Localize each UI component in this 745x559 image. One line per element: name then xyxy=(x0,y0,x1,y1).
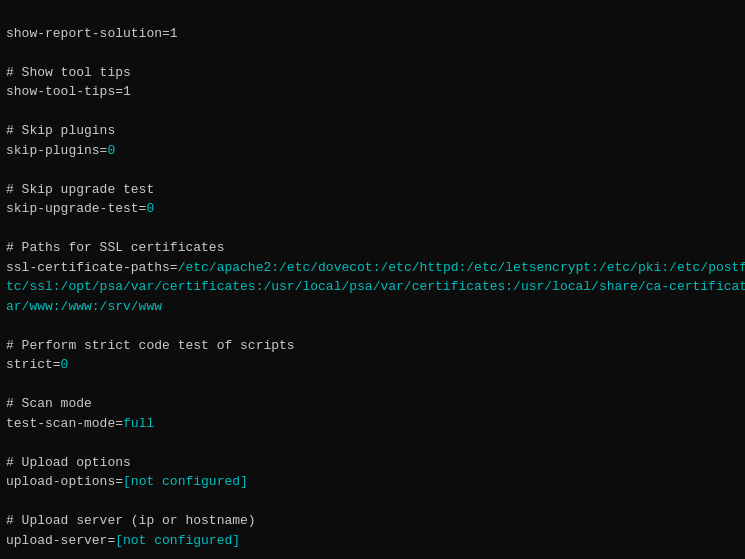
terminal-line: test-scan-mode=full xyxy=(6,414,739,434)
terminal-text: ssl-certificate-paths= xyxy=(6,260,178,275)
terminal-window: show-report-solution=1 # Show tool tips … xyxy=(0,0,745,559)
terminal-line xyxy=(6,550,739,559)
terminal-text: 0 xyxy=(146,201,154,216)
terminal-text: # Perform strict code test of scripts xyxy=(6,338,295,353)
terminal-text: show-tool-tips=1 xyxy=(6,84,131,99)
terminal-line: strict=0 xyxy=(6,355,739,375)
terminal-text: tc/ssl:/opt/psa/var/certificates:/usr/lo… xyxy=(6,279,745,294)
terminal-text: # Scan mode xyxy=(6,396,92,411)
terminal-text: full xyxy=(123,416,154,431)
terminal-line xyxy=(6,160,739,180)
terminal-line: # Upload options xyxy=(6,453,739,473)
terminal-text: [not configured] xyxy=(123,474,248,489)
terminal-text: 0 xyxy=(61,357,69,372)
terminal-text: # Upload server (ip or hostname) xyxy=(6,513,256,528)
terminal-line: tc/ssl:/opt/psa/var/certificates:/usr/lo… xyxy=(6,277,739,297)
terminal-text: # Show tool tips xyxy=(6,65,131,80)
terminal-text: [not configured] xyxy=(115,533,240,548)
terminal-text: # Skip plugins xyxy=(6,123,115,138)
terminal-line xyxy=(6,219,739,239)
terminal-line: skip-plugins=0 xyxy=(6,141,739,161)
terminal-text: # Paths for SSL certificates xyxy=(6,240,224,255)
terminal-line xyxy=(6,375,739,395)
terminal-line: # Upload server (ip or hostname) xyxy=(6,511,739,531)
terminal-line: upload-options=[not configured] xyxy=(6,472,739,492)
terminal-line: # Show tool tips xyxy=(6,63,739,83)
terminal-text: ar/www:/www:/srv/www xyxy=(6,299,162,314)
terminal-text: test-scan-mode= xyxy=(6,416,123,431)
terminal-line xyxy=(6,102,739,122)
terminal-text: strict= xyxy=(6,357,61,372)
terminal-text: skip-plugins= xyxy=(6,143,107,158)
terminal-text: skip-upgrade-test= xyxy=(6,201,146,216)
terminal-text: upload-options= xyxy=(6,474,123,489)
terminal-line: # Paths for SSL certificates xyxy=(6,238,739,258)
terminal-line xyxy=(6,43,739,63)
terminal-text: upload-server= xyxy=(6,533,115,548)
terminal-text: /etc/apache2:/etc/dovecot:/etc/httpd:/et… xyxy=(178,260,745,275)
terminal-line: # Perform strict code test of scripts xyxy=(6,336,739,356)
terminal-line: # Scan mode xyxy=(6,394,739,414)
terminal-line: # Skip plugins xyxy=(6,121,739,141)
terminal-text: # Skip upgrade test xyxy=(6,182,154,197)
terminal-line xyxy=(6,492,739,512)
terminal-line: # Skip upgrade test xyxy=(6,180,739,200)
terminal-text: # Upload options xyxy=(6,455,131,470)
terminal-line xyxy=(6,433,739,453)
terminal-text: 0 xyxy=(107,143,115,158)
terminal-text: show-report-solution=1 xyxy=(6,26,178,41)
terminal-line: skip-upgrade-test=0 xyxy=(6,199,739,219)
terminal-line: ar/www:/www:/srv/www xyxy=(6,297,739,317)
terminal-line: show-tool-tips=1 xyxy=(6,82,739,102)
terminal-line: ssl-certificate-paths=/etc/apache2:/etc/… xyxy=(6,258,739,278)
terminal-line xyxy=(6,316,739,336)
terminal-line: upload-server=[not configured] xyxy=(6,531,739,551)
terminal-line: show-report-solution=1 xyxy=(6,24,739,44)
